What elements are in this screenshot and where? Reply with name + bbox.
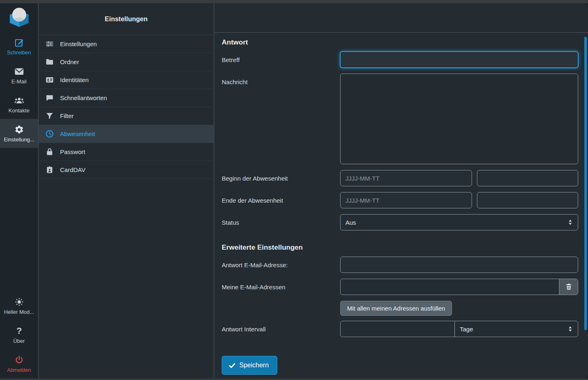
sidebar-item-logout[interactable]: Abmelden xyxy=(0,349,38,378)
settings-item-folders[interactable]: Ordner xyxy=(39,53,214,71)
id-card-icon xyxy=(45,76,54,84)
window-top-strip xyxy=(0,0,588,3)
check-icon xyxy=(229,362,236,369)
interval-unit-select[interactable]: Tage xyxy=(455,321,578,337)
reply-address-label: Antwort E-Mail-Adresse: xyxy=(222,262,340,268)
scrollbar-thumb[interactable] xyxy=(584,37,587,330)
settings-item-carddav[interactable]: CardDAV xyxy=(39,161,214,179)
sliders-icon xyxy=(45,40,54,48)
section-heading-advanced: Erweiterte Einstellungen xyxy=(222,244,578,252)
subject-input[interactable] xyxy=(340,51,578,68)
message-textarea[interactable] xyxy=(340,74,578,164)
select-arrows-icon xyxy=(568,219,573,226)
vacation-start-time-input[interactable] xyxy=(477,170,578,186)
clock-icon xyxy=(45,130,54,138)
sidebar-item-light-mode[interactable]: Heller Mod... xyxy=(0,291,38,320)
settings-item-label: Passwort xyxy=(60,148,85,155)
gear-icon xyxy=(14,125,24,134)
help-icon: ? xyxy=(14,326,24,336)
logo-icon xyxy=(7,6,32,29)
settings-item-label: Identitäten xyxy=(60,76,89,83)
settings-item-quick-replies[interactable]: Schnellantworten xyxy=(39,89,214,107)
status-select[interactable]: Aus xyxy=(340,214,578,230)
vacation-end-date-input[interactable] xyxy=(340,192,472,208)
trash-icon xyxy=(565,283,573,291)
interval-label: Antwort Intervall xyxy=(222,326,340,333)
sidebar-item-mail[interactable]: E-Mail xyxy=(0,61,38,90)
vacation-end-label: Ende der Abwesenheit xyxy=(222,197,340,204)
sidebar-item-settings[interactable]: Einstellung... xyxy=(0,119,38,148)
chat-icon xyxy=(45,94,54,102)
vacation-start-label: Beginn der Abwesenheit xyxy=(222,175,340,182)
badge-icon xyxy=(45,165,54,174)
funnel-icon xyxy=(45,112,54,120)
sidebar-item-label: Abmelden xyxy=(7,367,31,373)
webmail-app: Schreiben E-Mail Kontakte Einstellung... xyxy=(0,3,588,378)
settings-item-identities[interactable]: Identitäten xyxy=(39,71,214,89)
status-label: Status xyxy=(222,219,340,226)
settings-list-column: Einstellungen Einstellungen Ordner xyxy=(39,3,214,378)
save-button[interactable]: Speichern xyxy=(222,356,277,375)
sidebar-item-about[interactable]: ? Über xyxy=(0,320,38,349)
sun-icon xyxy=(14,297,24,307)
subject-label: Betreff xyxy=(222,56,340,63)
content-column: Antwort Betreff Nachricht Beginn der Abw… xyxy=(214,3,588,378)
svg-text:?: ? xyxy=(16,326,22,336)
fill-addresses-button[interactable]: Mit allen meinen Adressen ausfüllen xyxy=(340,301,452,316)
sidebar-item-label: Schreiben xyxy=(7,49,31,56)
section-heading-answer: Antwort xyxy=(222,38,578,47)
settings-item-filter[interactable]: Filter xyxy=(39,107,214,125)
vacation-end-time-input[interactable] xyxy=(477,192,578,208)
vacation-start-row: Beginn der Abwesenheit xyxy=(222,170,578,186)
settings-item-vacation[interactable]: Abwesenheit xyxy=(39,125,214,143)
task-sidebar: Schreiben E-Mail Kontakte Einstellung... xyxy=(0,3,39,378)
my-addresses-row: Meine E-Mail-Adressen xyxy=(222,279,578,295)
sidebar-spacer xyxy=(0,148,38,291)
sidebar-item-label: Kontakte xyxy=(9,107,29,114)
folder-icon xyxy=(45,58,54,66)
my-addresses-label: Meine E-Mail-Adressen xyxy=(222,284,340,291)
status-select-value: Aus xyxy=(345,219,356,226)
window-bottom-strip xyxy=(0,378,588,380)
status-row: Status Aus xyxy=(222,214,578,230)
message-label: Nachricht xyxy=(222,74,340,85)
contacts-icon xyxy=(14,96,24,105)
settings-item-preferences[interactable]: Einstellungen xyxy=(39,35,214,53)
power-icon xyxy=(14,355,24,365)
vacation-form: Antwort Betreff Nachricht Beginn der Abw… xyxy=(214,33,588,378)
settings-item-label: CardDAV xyxy=(60,166,85,173)
my-addresses-input[interactable] xyxy=(341,279,559,295)
subject-row: Betreff xyxy=(222,51,578,68)
compose-icon xyxy=(14,38,24,47)
sidebar-item-contacts[interactable]: Kontakte xyxy=(0,90,38,119)
app-logo[interactable] xyxy=(0,3,38,32)
message-row: Nachricht xyxy=(222,74,578,164)
sidebar-item-compose[interactable]: Schreiben xyxy=(0,32,38,61)
lock-icon xyxy=(45,148,54,156)
settings-list-title: Einstellungen xyxy=(39,3,214,35)
settings-item-label: Einstellungen xyxy=(60,40,97,47)
settings-item-label: Schnellantworten xyxy=(60,94,107,101)
fill-addresses-row: Mit allen meinen Adressen ausfüllen xyxy=(222,301,578,316)
sidebar-item-label: E-Mail xyxy=(11,78,27,85)
settings-item-label: Filter xyxy=(60,112,74,119)
delete-address-button[interactable] xyxy=(559,279,578,295)
sidebar-item-label: Einstellung... xyxy=(4,136,34,143)
interval-row: Antwort Intervall Tage xyxy=(222,321,578,337)
content-header xyxy=(214,3,588,33)
vacation-start-date-input[interactable] xyxy=(340,170,472,186)
mail-icon xyxy=(14,67,24,76)
select-arrows-icon xyxy=(568,326,573,332)
reply-address-row: Antwort E-Mail-Adresse: xyxy=(222,257,578,273)
settings-item-label: Abwesenheit xyxy=(60,130,95,137)
my-addresses-group xyxy=(340,279,578,295)
interval-group: Tage xyxy=(340,321,578,337)
interval-input[interactable] xyxy=(341,321,455,337)
reply-address-input[interactable] xyxy=(340,257,578,273)
settings-item-password[interactable]: Passwort xyxy=(39,143,214,161)
sidebar-item-label: Über xyxy=(13,338,24,344)
interval-unit-value: Tage xyxy=(460,326,473,333)
vacation-end-row: Ende der Abwesenheit xyxy=(222,192,578,208)
sidebar-item-label: Heller Mod... xyxy=(4,309,34,315)
save-button-label: Speichern xyxy=(239,362,269,369)
